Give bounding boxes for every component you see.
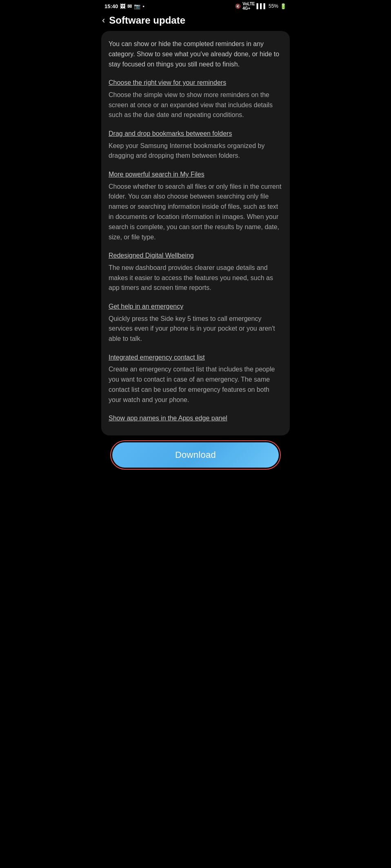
mute-icon: 🔇 (235, 4, 241, 9)
feature-item: Get help in an emergency Quickly press t… (109, 302, 282, 344)
network-label: VoLTE4G+ (242, 2, 255, 11)
feature-desc: Quickly press the Side key 5 times to ca… (109, 314, 282, 344)
time-display: 15:40 (104, 3, 118, 9)
feature-item: More powerful search in My Files Choose … (109, 170, 282, 242)
feature-title[interactable]: Drag and drop bookmarks between folders (109, 129, 282, 138)
feature-title[interactable]: Show app names in the Apps edge panel (109, 414, 282, 423)
feature-item: Redesigned Digital Wellbeing The new das… (109, 251, 282, 293)
feature-title[interactable]: Get help in an emergency (109, 302, 282, 311)
page-header: ‹ Software update (98, 11, 293, 31)
feature-title[interactable]: Choose the right view for your reminders (109, 78, 282, 87)
status-bar: 15:40 🖼 ✉ 📷 ● 🔇 VoLTE4G+ ▌▌▌ 55% 🔋 (98, 0, 293, 11)
page-title: Software update (109, 15, 185, 26)
battery-icon: 🔋 (280, 3, 287, 9)
feature-item: Integrated emergency contact list Create… (109, 353, 282, 405)
signal-icon: ▌▌▌ (256, 3, 267, 9)
feature-item: Drag and drop bookmarks between folders … (109, 129, 282, 161)
back-button[interactable]: ‹ (102, 16, 105, 25)
content-card: You can show or hide the completed remin… (101, 31, 290, 435)
feature-desc: Keep your Samsung Internet bookmarks org… (109, 141, 282, 161)
feature-desc: Choose the simple view to show more remi… (109, 90, 282, 120)
feature-title[interactable]: Integrated emergency contact list (109, 353, 282, 362)
feature-item: Show app names in the Apps edge panel (109, 414, 282, 423)
feature-desc: Create an emergency contact list that in… (109, 364, 282, 405)
feature-desc: Choose whether to search all files or on… (109, 182, 282, 243)
battery-display: 55% (269, 3, 278, 9)
dot-indicator: ● (142, 4, 144, 8)
feature-title[interactable]: More powerful search in My Files (109, 170, 282, 179)
camera-icon: 📷 (134, 3, 140, 9)
feature-item: Choose the right view for your reminders… (109, 78, 282, 120)
feature-desc: The new dashboard provides clearer usage… (109, 263, 282, 293)
bottom-bar: Download (98, 435, 293, 476)
status-right: 🔇 VoLTE4G+ ▌▌▌ 55% 🔋 (235, 2, 287, 11)
status-time: 15:40 🖼 ✉ 📷 ● (104, 3, 144, 9)
mail-icon: ✉ (127, 3, 132, 9)
download-button-wrapper: Download (110, 440, 281, 470)
download-button[interactable]: Download (112, 442, 279, 468)
photo-icon: 🖼 (120, 3, 125, 9)
intro-text: You can show or hide the completed remin… (109, 39, 282, 69)
feature-title[interactable]: Redesigned Digital Wellbeing (109, 251, 282, 260)
